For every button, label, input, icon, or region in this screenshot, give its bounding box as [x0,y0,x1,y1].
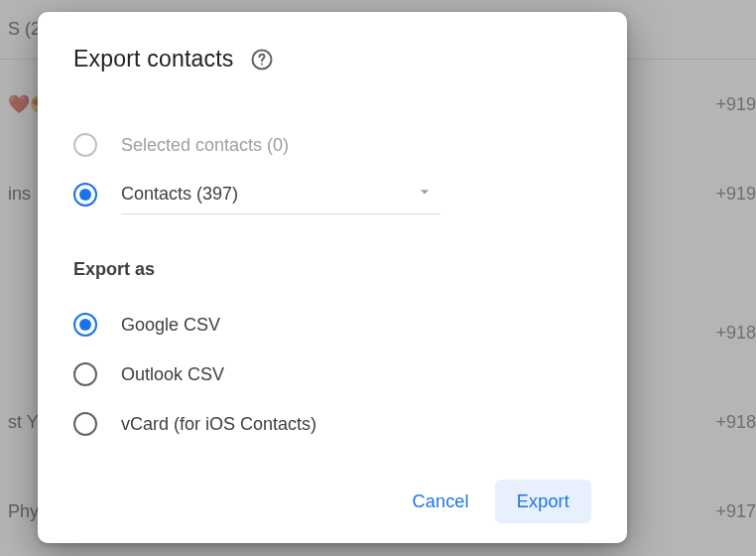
svg-point-1 [261,63,263,65]
contacts-dropdown[interactable]: Contacts (397) [121,175,441,214]
dialog-buttons: Cancel Export [73,480,591,523]
export-button[interactable]: Export [495,480,591,523]
radio-outlook-csv[interactable]: Outlook CSV [73,349,591,399]
cancel-button[interactable]: Cancel [391,480,491,523]
radio-vcard[interactable]: vCard (for iOS Contacts) [73,399,591,449]
radio-contacts[interactable]: Contacts (397) [73,170,591,219]
dialog-header: Export contacts [73,46,591,72]
radio-icon [73,133,97,157]
radio-label: Google CSV [121,315,220,336]
radio-selected-contacts: Selected contacts (0) [73,120,591,170]
radio-label: Outlook CSV [121,364,224,385]
dialog-title: Export contacts [73,46,234,72]
radio-icon [73,412,97,436]
radio-label: vCard (for iOS Contacts) [121,414,316,435]
export-contacts-dialog: Export contacts Selected contacts (0) Co… [38,12,627,543]
export-as-label: Export as [73,259,591,280]
radio-google-csv[interactable]: Google CSV [73,300,591,349]
radio-label: Selected contacts (0) [121,135,289,156]
help-icon[interactable] [250,48,274,71]
source-group: Selected contacts (0) Contacts (397) [73,120,591,219]
chevron-down-icon [415,182,435,207]
radio-icon [73,313,97,337]
radio-icon [73,362,97,386]
radio-icon [73,183,97,207]
format-group: Google CSV Outlook CSV vCard (for iOS Co… [73,300,591,449]
dropdown-value: Contacts (397) [121,184,238,205]
